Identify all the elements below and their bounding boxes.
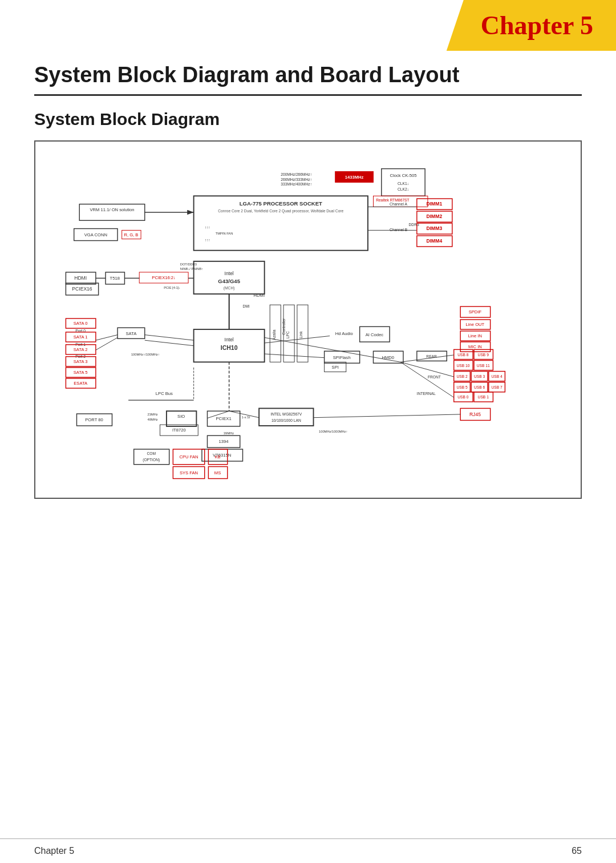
svg-text:Link: Link bbox=[299, 331, 303, 338]
footer-chapter: Chapter 5 bbox=[34, 846, 74, 856]
svg-text:ICH10: ICH10 bbox=[221, 345, 238, 351]
svg-text:↑↑↑: ↑↑↑ bbox=[205, 225, 210, 229]
svg-text:FRONT: FRONT bbox=[428, 375, 441, 379]
svg-text:SATA 3: SATA 3 bbox=[74, 359, 88, 364]
svg-text:PCIEX16: PCIEX16 bbox=[72, 286, 92, 292]
svg-text:Line OUT: Line OUT bbox=[466, 322, 485, 327]
svg-text:USB 11: USB 11 bbox=[477, 364, 490, 368]
svg-text:LPC Bus: LPC Bus bbox=[156, 391, 173, 396]
svg-text:SATA: SATA bbox=[125, 331, 137, 336]
svg-text:ESATA: ESATA bbox=[74, 381, 88, 386]
svg-text:HDMI: HDMI bbox=[74, 275, 87, 281]
title-divider bbox=[34, 94, 582, 96]
svg-text:USB 4: USB 4 bbox=[491, 374, 502, 378]
svg-text:SPIFlash: SPIFlash bbox=[333, 355, 351, 360]
svg-text:1-x SI: 1-x SI bbox=[242, 416, 250, 419]
svg-text:Channel A: Channel A bbox=[390, 202, 407, 206]
svg-text:10/100/1000 LAN: 10/100/1000 LAN bbox=[271, 418, 301, 422]
svg-text:HDMI: HDMI bbox=[254, 293, 265, 298]
svg-text:Channel B: Channel B bbox=[390, 228, 408, 232]
svg-text:DIMM2: DIMM2 bbox=[427, 213, 443, 219]
svg-text:Intel: Intel bbox=[225, 271, 234, 276]
svg-text:USB 8: USB 8 bbox=[457, 353, 469, 357]
svg-text:USB 5: USB 5 bbox=[456, 385, 468, 389]
svg-text:T518: T518 bbox=[110, 276, 120, 281]
svg-text:CPU FAN: CPU FAN bbox=[180, 454, 198, 459]
svg-text:1433MHz: 1433MHz bbox=[345, 175, 364, 180]
svg-text:266MHz/333MHz↑: 266MHz/333MHz↑ bbox=[281, 178, 312, 182]
svg-text:23MHz: 23MHz bbox=[148, 413, 158, 416]
svg-text:TMPIN FAN: TMPIN FAN bbox=[216, 232, 233, 235]
svg-text:Hd Audio: Hd Audio bbox=[335, 331, 353, 336]
chapter-label: Chapter 5 bbox=[481, 11, 593, 40]
svg-text:USB 6: USB 6 bbox=[474, 385, 485, 389]
svg-text:(MCH): (MCH) bbox=[224, 286, 235, 291]
svg-text:SATA 5: SATA 5 bbox=[74, 370, 88, 375]
svg-text:IT8720: IT8720 bbox=[172, 428, 186, 433]
svg-text:USB 1: USB 1 bbox=[478, 395, 489, 399]
svg-text:SATA 1: SATA 1 bbox=[74, 334, 88, 340]
svg-text:PCIEX16:2↓: PCIEX16:2↓ bbox=[152, 275, 176, 280]
svg-text:PCIEX1: PCIEX1 bbox=[216, 416, 232, 421]
svg-text:100MHz↑/100MHz↑: 100MHz↑/100MHz↑ bbox=[131, 353, 160, 356]
svg-text:48MHz: 48MHz bbox=[148, 418, 158, 421]
svg-text:R, G, B: R, G, B bbox=[124, 232, 138, 237]
svg-text:Conroe Core 2 Dual, Yorkfield : Conroe Core 2 Dual, Yorkfield Core 2 Qua… bbox=[218, 209, 343, 213]
page-footer: Chapter 5 65 bbox=[0, 838, 616, 863]
svg-text:CLK1↓: CLK1↓ bbox=[398, 182, 409, 185]
svg-text:INTERNAL: INTERNAL bbox=[417, 392, 436, 396]
svg-text:SYS FAN: SYS FAN bbox=[180, 470, 198, 475]
svg-text:DIMM4: DIMM4 bbox=[427, 238, 443, 244]
svg-text:DIMM1: DIMM1 bbox=[427, 201, 443, 207]
svg-text:USB 2: USB 2 bbox=[456, 374, 468, 378]
svg-text:MIC IN: MIC IN bbox=[468, 344, 482, 349]
svg-text:DMI: DMI bbox=[243, 304, 250, 308]
svg-text:PCIE [4:1]↓: PCIE [4:1]↓ bbox=[164, 286, 180, 289]
svg-text:Line IN: Line IN bbox=[468, 333, 482, 338]
svg-text:NINB↓/ PNINB↑: NINB↓/ PNINB↑ bbox=[180, 267, 203, 271]
svg-text:↑↑↑: ↑↑↑ bbox=[205, 238, 210, 242]
svg-text:SPDIF: SPDIF bbox=[469, 309, 482, 314]
svg-text:DIMM3: DIMM3 bbox=[427, 225, 443, 231]
svg-text:Intel: Intel bbox=[225, 337, 234, 342]
svg-text:VRM 11.1/ ON solution: VRM 11.1/ ON solution bbox=[90, 207, 135, 212]
svg-text:1394: 1394 bbox=[219, 439, 229, 445]
svg-text:CLK2↓: CLK2↓ bbox=[398, 187, 409, 191]
svg-text:SATA 0: SATA 0 bbox=[74, 321, 88, 326]
svg-text:(OPTION): (OPTION) bbox=[143, 458, 160, 462]
svg-text:SIO: SIO bbox=[177, 414, 185, 419]
svg-text:USB 9: USB 9 bbox=[478, 353, 489, 357]
diagram-svg: 200MHz/266MHz↑ 266MHz/333MHz↑ 333MHz/400… bbox=[47, 153, 569, 484]
svg-text:39MHz: 39MHz bbox=[224, 432, 234, 435]
svg-text:G43/G45: G43/G45 bbox=[218, 278, 240, 284]
svg-text:SATA 2: SATA 2 bbox=[74, 347, 88, 352]
svg-text:100MHz/1000MHz↑: 100MHz/1000MHz↑ bbox=[319, 430, 347, 433]
svg-text:VGA CONN: VGA CONN bbox=[84, 232, 107, 237]
svg-text:AI Codec: AI Codec bbox=[366, 332, 384, 337]
section-title: System Block Diagram bbox=[34, 110, 582, 129]
svg-text:USB 10: USB 10 bbox=[456, 364, 469, 368]
svg-text:USB 0: USB 0 bbox=[457, 395, 469, 399]
main-content: System Block Diagram and Board Layout Sy… bbox=[0, 46, 616, 533]
footer-page-number: 65 bbox=[572, 846, 582, 856]
svg-text:Clock CK-505: Clock CK-505 bbox=[390, 173, 416, 178]
svg-text:KB: KB bbox=[215, 454, 221, 459]
svg-text:SPI: SPI bbox=[332, 365, 339, 370]
svg-text:INTEL WG82567V: INTEL WG82567V bbox=[270, 412, 302, 416]
svg-text:333MHz/400MHz↑: 333MHz/400MHz↑ bbox=[281, 182, 312, 186]
page-title: System Block Diagram and Board Layout bbox=[34, 63, 582, 87]
svg-text:RJ45: RJ45 bbox=[469, 412, 481, 417]
svg-text:DOT/DDR3: DOT/DDR3 bbox=[180, 263, 197, 266]
system-block-diagram: 200MHz/266MHz↑ 266MHz/333MHz↑ 333MHz/400… bbox=[34, 140, 582, 499]
svg-text:LGA-775 PROCESSOR SOCKET: LGA-775 PROCESSOR SOCKET bbox=[240, 200, 322, 207]
svg-text:USB 7: USB 7 bbox=[491, 385, 502, 389]
svg-text:Azalia: Azalia bbox=[272, 329, 276, 340]
svg-text:USB 3: USB 3 bbox=[474, 374, 485, 378]
svg-text:PORT 80: PORT 80 bbox=[85, 417, 103, 422]
chapter-header: Chapter 5 bbox=[447, 0, 616, 51]
svg-text:MS: MS bbox=[214, 470, 221, 475]
svg-text:LPC: LPC bbox=[286, 331, 290, 338]
svg-text:COM: COM bbox=[147, 451, 156, 455]
svg-text:200MHz/266MHz↑: 200MHz/266MHz↑ bbox=[281, 172, 312, 176]
